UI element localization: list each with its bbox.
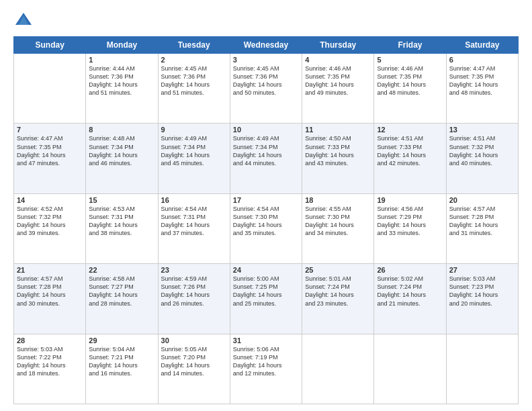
day-number: 29 [89, 336, 154, 345]
day-number: 22 [89, 266, 154, 274]
day-number: 25 [305, 266, 371, 274]
day-info: Sunrise: 4:57 AM Sunset: 7:28 PM Dayligh… [17, 275, 83, 308]
day-info: Sunrise: 4:46 AM Sunset: 7:35 PM Dayligh… [305, 64, 371, 97]
day-info: Sunrise: 4:54 AM Sunset: 7:31 PM Dayligh… [161, 205, 227, 238]
day-number: 30 [161, 336, 227, 345]
calendar-cell: 3Sunrise: 4:45 AM Sunset: 7:36 PM Daylig… [230, 54, 302, 124]
calendar-cell: 30Sunrise: 5:05 AM Sunset: 7:20 PM Dayli… [158, 334, 230, 404]
day-number: 28 [17, 336, 83, 345]
calendar-cell: 17Sunrise: 4:54 AM Sunset: 7:30 PM Dayli… [230, 193, 302, 263]
calendar-header-row: SundayMondayTuesdayWednesdayThursdayFrid… [14, 37, 519, 54]
day-info: Sunrise: 4:51 AM Sunset: 7:32 PM Dayligh… [449, 134, 515, 167]
day-number: 12 [377, 126, 443, 134]
day-info: Sunrise: 4:45 AM Sunset: 7:36 PM Dayligh… [161, 64, 227, 97]
calendar-header-friday: Friday [374, 37, 446, 54]
day-info: Sunrise: 4:47 AM Sunset: 7:35 PM Dayligh… [17, 134, 83, 167]
day-number: 11 [305, 126, 371, 134]
day-number: 8 [89, 126, 154, 134]
calendar-header-thursday: Thursday [302, 37, 374, 54]
day-number: 20 [449, 196, 515, 204]
calendar-cell [302, 334, 374, 404]
day-info: Sunrise: 4:56 AM Sunset: 7:29 PM Dayligh… [377, 205, 443, 238]
day-info: Sunrise: 4:52 AM Sunset: 7:32 PM Dayligh… [17, 205, 83, 238]
calendar-cell: 19Sunrise: 4:56 AM Sunset: 7:29 PM Dayli… [374, 193, 446, 263]
day-info: Sunrise: 5:00 AM Sunset: 7:25 PM Dayligh… [233, 275, 299, 308]
calendar-cell: 10Sunrise: 4:49 AM Sunset: 7:34 PM Dayli… [230, 124, 302, 193]
calendar-week-1: 1Sunrise: 4:44 AM Sunset: 7:36 PM Daylig… [14, 54, 519, 124]
calendar-cell: 15Sunrise: 4:53 AM Sunset: 7:31 PM Dayli… [86, 193, 158, 263]
calendar-header-monday: Monday [86, 37, 158, 54]
calendar-cell: 5Sunrise: 4:46 AM Sunset: 7:35 PM Daylig… [374, 54, 446, 124]
calendar-cell: 20Sunrise: 4:57 AM Sunset: 7:28 PM Dayli… [446, 193, 518, 263]
calendar-cell: 14Sunrise: 4:52 AM Sunset: 7:32 PM Dayli… [14, 193, 86, 263]
day-info: Sunrise: 4:49 AM Sunset: 7:34 PM Dayligh… [233, 134, 299, 167]
calendar-cell: 9Sunrise: 4:49 AM Sunset: 7:34 PM Daylig… [158, 124, 230, 193]
page: SundayMondayTuesdayWednesdayThursdayFrid… [0, 0, 532, 411]
day-info: Sunrise: 4:48 AM Sunset: 7:34 PM Dayligh… [89, 134, 154, 167]
day-info: Sunrise: 5:01 AM Sunset: 7:24 PM Dayligh… [305, 275, 371, 308]
day-number: 26 [377, 266, 443, 274]
day-info: Sunrise: 5:04 AM Sunset: 7:21 PM Dayligh… [89, 345, 154, 378]
calendar-cell [14, 54, 86, 124]
day-number: 17 [233, 196, 299, 204]
calendar-cell: 31Sunrise: 5:06 AM Sunset: 7:19 PM Dayli… [230, 334, 302, 404]
day-info: Sunrise: 4:46 AM Sunset: 7:35 PM Dayligh… [377, 64, 443, 97]
calendar-cell: 13Sunrise: 4:51 AM Sunset: 7:32 PM Dayli… [446, 124, 518, 193]
calendar-cell [374, 334, 446, 404]
day-info: Sunrise: 4:45 AM Sunset: 7:36 PM Dayligh… [233, 64, 299, 97]
calendar-cell: 8Sunrise: 4:48 AM Sunset: 7:34 PM Daylig… [86, 124, 158, 193]
day-info: Sunrise: 4:57 AM Sunset: 7:28 PM Dayligh… [449, 205, 515, 238]
day-number: 14 [17, 196, 83, 204]
calendar-table: SundayMondayTuesdayWednesdayThursdayFrid… [13, 36, 519, 404]
calendar-cell: 6Sunrise: 4:47 AM Sunset: 7:35 PM Daylig… [446, 54, 518, 124]
calendar-cell: 24Sunrise: 5:00 AM Sunset: 7:25 PM Dayli… [230, 264, 302, 334]
day-info: Sunrise: 4:44 AM Sunset: 7:36 PM Dayligh… [89, 64, 154, 97]
calendar-cell: 4Sunrise: 4:46 AM Sunset: 7:35 PM Daylig… [302, 54, 374, 124]
day-number: 19 [377, 196, 443, 204]
day-number: 18 [305, 196, 371, 204]
day-info: Sunrise: 4:55 AM Sunset: 7:30 PM Dayligh… [305, 205, 371, 238]
day-number: 16 [161, 196, 227, 204]
day-number: 2 [161, 56, 227, 64]
day-number: 3 [233, 56, 299, 64]
day-info: Sunrise: 4:53 AM Sunset: 7:31 PM Dayligh… [89, 205, 154, 238]
calendar-cell: 1Sunrise: 4:44 AM Sunset: 7:36 PM Daylig… [86, 54, 158, 124]
calendar-cell: 26Sunrise: 5:02 AM Sunset: 7:24 PM Dayli… [374, 264, 446, 334]
day-info: Sunrise: 4:59 AM Sunset: 7:26 PM Dayligh… [161, 275, 227, 308]
calendar-cell: 27Sunrise: 5:03 AM Sunset: 7:23 PM Dayli… [446, 264, 518, 334]
calendar-week-4: 21Sunrise: 4:57 AM Sunset: 7:28 PM Dayli… [14, 264, 519, 334]
day-number: 24 [233, 266, 299, 274]
day-info: Sunrise: 4:49 AM Sunset: 7:34 PM Dayligh… [161, 134, 227, 167]
day-info: Sunrise: 5:03 AM Sunset: 7:23 PM Dayligh… [449, 275, 515, 308]
logo [13, 11, 36, 31]
calendar-week-2: 7Sunrise: 4:47 AM Sunset: 7:35 PM Daylig… [14, 124, 519, 193]
calendar-cell: 18Sunrise: 4:55 AM Sunset: 7:30 PM Dayli… [302, 193, 374, 263]
day-info: Sunrise: 5:02 AM Sunset: 7:24 PM Dayligh… [377, 275, 443, 308]
day-number: 23 [161, 266, 227, 274]
day-number: 5 [377, 56, 443, 64]
day-info: Sunrise: 4:47 AM Sunset: 7:35 PM Dayligh… [449, 64, 515, 97]
calendar-header-tuesday: Tuesday [158, 37, 230, 54]
calendar-cell: 29Sunrise: 5:04 AM Sunset: 7:21 PM Dayli… [86, 334, 158, 404]
calendar-header-wednesday: Wednesday [230, 37, 302, 54]
logo-icon [13, 11, 34, 31]
calendar-cell: 11Sunrise: 4:50 AM Sunset: 7:33 PM Dayli… [302, 124, 374, 193]
day-info: Sunrise: 5:03 AM Sunset: 7:22 PM Dayligh… [17, 345, 83, 378]
day-number: 13 [449, 126, 515, 134]
calendar-cell: 16Sunrise: 4:54 AM Sunset: 7:31 PM Dayli… [158, 193, 230, 263]
day-number: 9 [161, 126, 227, 134]
day-info: Sunrise: 4:50 AM Sunset: 7:33 PM Dayligh… [305, 134, 371, 167]
calendar-cell: 21Sunrise: 4:57 AM Sunset: 7:28 PM Dayli… [14, 264, 86, 334]
calendar-cell: 23Sunrise: 4:59 AM Sunset: 7:26 PM Dayli… [158, 264, 230, 334]
header [13, 11, 519, 31]
day-info: Sunrise: 4:58 AM Sunset: 7:27 PM Dayligh… [89, 275, 154, 308]
day-number: 10 [233, 126, 299, 134]
calendar-cell: 12Sunrise: 4:51 AM Sunset: 7:33 PM Dayli… [374, 124, 446, 193]
day-number: 6 [449, 56, 515, 64]
calendar-week-5: 28Sunrise: 5:03 AM Sunset: 7:22 PM Dayli… [14, 334, 519, 404]
day-number: 4 [305, 56, 371, 64]
day-number: 27 [449, 266, 515, 274]
calendar-cell: 7Sunrise: 4:47 AM Sunset: 7:35 PM Daylig… [14, 124, 86, 193]
calendar-cell: 28Sunrise: 5:03 AM Sunset: 7:22 PM Dayli… [14, 334, 86, 404]
calendar-header-sunday: Sunday [14, 37, 86, 54]
